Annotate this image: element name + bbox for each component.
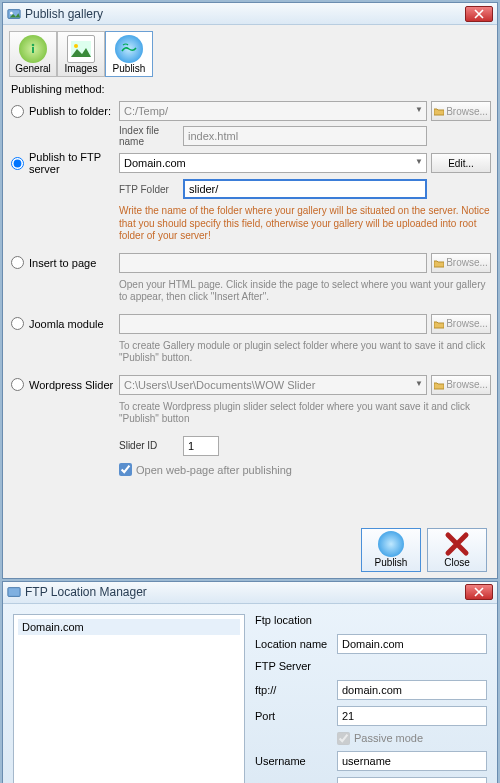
close-x-icon [444, 531, 470, 557]
label-insert-page: Insert to page [29, 257, 115, 269]
label-port: Port [255, 710, 333, 722]
globe-icon [115, 35, 143, 63]
open-webpage-checkbox[interactable] [119, 463, 132, 476]
publish-gallery-window: Publish gallery General Images [2, 2, 498, 579]
browse-joomla-button[interactable]: Browse... [431, 314, 491, 334]
label-ftp-folder: FTP Folder [119, 184, 179, 195]
close-button[interactable]: Close [427, 528, 487, 572]
tab-label: Publish [113, 63, 146, 74]
folder-icon [434, 259, 444, 267]
index-file-input [183, 126, 427, 146]
section-ftp-server: FTP Server [255, 660, 487, 672]
titlebar: FTP Location Manager [3, 582, 497, 604]
browse-wordpress-button[interactable]: Browse... [431, 375, 491, 395]
browse-insert-button[interactable]: Browse... [431, 253, 491, 273]
wordpress-path-input [119, 375, 427, 395]
publishing-method-label: Publishing method: [11, 83, 491, 95]
joomla-hint: To create Gallery module or plugin selec… [119, 340, 491, 365]
titlebar: Publish gallery [3, 3, 497, 25]
label-passive-mode: Passive mode [354, 732, 423, 744]
svg-rect-3 [32, 47, 34, 53]
globe-icon [378, 531, 404, 557]
port-input[interactable] [337, 706, 487, 726]
tab-label: Images [65, 63, 98, 74]
ftp-folder-hint: Write the name of the folder where your … [119, 205, 491, 243]
window-title: Publish gallery [25, 7, 465, 21]
label-publish-folder: Publish to folder: [29, 105, 115, 117]
close-icon[interactable] [465, 584, 493, 600]
ftp-location-form: Ftp location Location name FTP Server ft… [255, 614, 487, 784]
window-body: Domain.com Ftp location Location name FT… [3, 604, 497, 784]
wordpress-hint: To create Wordpress plugin slider select… [119, 401, 491, 426]
ftp-location-list[interactable]: Domain.com [13, 614, 245, 784]
svg-point-5 [74, 44, 78, 48]
label-index-file: Index file name [119, 125, 179, 147]
window-body: General Images Publish Publishing method… [3, 25, 497, 578]
insert-page-hint: Open your HTML page. Click inside the pa… [119, 279, 491, 304]
tab-publish[interactable]: Publish [105, 31, 153, 77]
publish-button[interactable]: Publish [361, 528, 421, 572]
joomla-path-input [119, 314, 427, 334]
browse-folder-button[interactable]: Browse... [431, 101, 491, 121]
tab-general[interactable]: General [9, 31, 57, 77]
folder-icon [434, 320, 444, 328]
radio-insert-page[interactable] [11, 256, 24, 269]
edit-ftp-button[interactable]: Edit... [431, 153, 491, 173]
tab-label: General [15, 63, 51, 74]
label-protocol: ftp:// [255, 684, 333, 696]
passive-mode-checkbox [337, 732, 350, 745]
radio-publish-folder[interactable] [11, 105, 24, 118]
radio-publish-ftp[interactable] [11, 157, 24, 170]
ftp-folder-input[interactable] [183, 179, 427, 199]
app-icon [7, 7, 21, 21]
label-open-webpage: Open web-page after publishing [136, 464, 292, 476]
dialog-buttons: Publish Close [9, 528, 491, 572]
folder-icon [434, 381, 444, 389]
radio-wordpress[interactable] [11, 378, 24, 391]
svg-rect-6 [8, 588, 20, 597]
label-username: Username [255, 755, 333, 767]
images-icon [67, 35, 95, 63]
svg-point-2 [32, 44, 35, 47]
svg-point-1 [10, 11, 13, 14]
close-icon[interactable] [465, 6, 493, 22]
label-wordpress: Wordpress Slider [29, 379, 115, 391]
slider-id-stepper[interactable] [183, 436, 219, 456]
host-input[interactable] [337, 680, 487, 700]
label-location-name: Location name [255, 638, 333, 650]
folder-icon [434, 107, 444, 115]
info-icon [19, 35, 47, 63]
label-publish-ftp: Publish to FTP server [29, 151, 115, 175]
window-title: FTP Location Manager [25, 585, 465, 599]
label-joomla: Joomla module [29, 318, 115, 330]
username-input[interactable] [337, 751, 487, 771]
app-icon [7, 585, 21, 599]
location-name-input[interactable] [337, 634, 487, 654]
label-slider-id: Slider ID [119, 440, 179, 451]
folder-path-input [119, 101, 427, 121]
insert-page-input [119, 253, 427, 273]
tab-row: General Images Publish [9, 31, 491, 77]
list-item[interactable]: Domain.com [18, 619, 240, 635]
section-ftp-location: Ftp location [255, 614, 487, 626]
radio-joomla[interactable] [11, 317, 24, 330]
ftp-server-select[interactable] [119, 153, 427, 173]
ftp-location-manager-window: FTP Location Manager Domain.com Ftp loca… [2, 581, 498, 784]
password-input[interactable] [337, 777, 487, 784]
tab-images[interactable]: Images [57, 31, 105, 77]
